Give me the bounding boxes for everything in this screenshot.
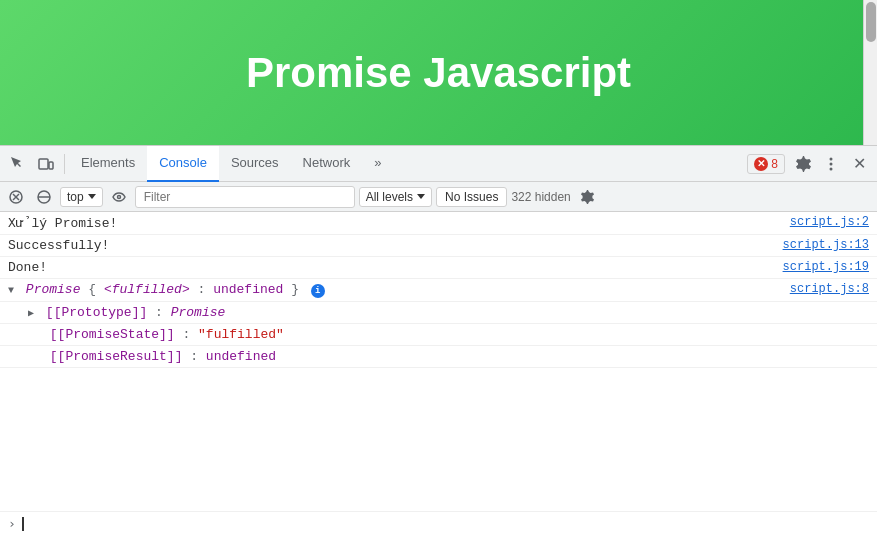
promisestate-key: [[PromiseState]] xyxy=(50,327,175,342)
prototype-content: ▶ [[Prototype]] : Promise xyxy=(28,305,869,320)
console-promisestate-line: [[PromiseState]] : "fulfilled" xyxy=(0,324,877,346)
console-input-line: › xyxy=(0,511,877,535)
log-text: Xử lý Promise! xyxy=(8,216,117,231)
no-issues-button[interactable]: No Issues xyxy=(436,187,507,207)
indent-spacer xyxy=(28,327,42,342)
promiseresult-value: undefined xyxy=(206,349,276,364)
promisestate-colon: : xyxy=(182,327,198,342)
chevron-down-icon xyxy=(88,194,96,199)
scrollbar[interactable] xyxy=(863,0,877,145)
settings-gear-button[interactable] xyxy=(789,150,817,178)
console-output: Xử lý Promise! script.js:2 Successfully!… xyxy=(0,212,877,511)
console-toolbar: top All levels No Issues 322 hidden xyxy=(0,182,877,212)
devtools-tab-bar: Elements Console Sources Network » ✕ 8 xyxy=(0,146,877,182)
devtools-panel: Elements Console Sources Network » ✕ 8 xyxy=(0,145,877,535)
error-badge[interactable]: ✕ 8 xyxy=(747,154,785,174)
tab-elements[interactable]: Elements xyxy=(69,146,147,182)
promiseresult-key: [[PromiseResult]] xyxy=(50,349,183,364)
console-text-1: Xử lý Promise! xyxy=(8,215,782,231)
hidden-count: 322 hidden xyxy=(511,190,570,204)
console-promise-line: ▼ Promise { <fulfilled> : undefined } i … xyxy=(0,279,877,302)
promiseresult-colon: : xyxy=(190,349,206,364)
svg-point-4 xyxy=(830,167,833,170)
eye-icon xyxy=(112,192,126,202)
page-area: Promise Javascript xyxy=(0,0,877,145)
promise-brace-open: { xyxy=(88,282,96,297)
page-title: Promise Javascript xyxy=(246,49,631,97)
log-text: Successfully! xyxy=(8,238,109,253)
console-source-3[interactable]: script.js:19 xyxy=(783,260,869,274)
more-options-button[interactable] xyxy=(817,150,845,178)
svg-point-3 xyxy=(830,162,833,165)
console-source-4[interactable]: script.js:8 xyxy=(790,282,869,296)
console-prototype-line: ▶ [[Prototype]] : Promise xyxy=(0,302,877,324)
tab-divider xyxy=(64,154,65,174)
promise-brace-close: } xyxy=(291,282,299,297)
svg-rect-1 xyxy=(49,162,53,169)
context-selector[interactable]: top xyxy=(60,187,103,207)
promiseresult-content: [[PromiseResult]] : undefined xyxy=(28,349,869,364)
console-prompt: › xyxy=(8,516,16,531)
levels-selector[interactable]: All levels xyxy=(359,187,432,207)
promisestate-content: [[PromiseState]] : "fulfilled" xyxy=(28,327,869,342)
console-line: Done! script.js:19 xyxy=(0,257,877,279)
tab-more[interactable]: » xyxy=(362,146,393,182)
promise-fulfilled-key: <fulfilled> xyxy=(104,282,190,297)
close-devtools-button[interactable]: ✕ xyxy=(845,150,873,178)
tab-network[interactable]: Network xyxy=(291,146,363,182)
console-line: Xử lý Promise! script.js:2 xyxy=(0,212,877,235)
promisestate-value: "fulfilled" xyxy=(198,327,284,342)
scrollbar-thumb[interactable] xyxy=(866,2,876,42)
promise-fulfilled-value: undefined xyxy=(213,282,283,297)
console-source-2[interactable]: script.js:13 xyxy=(783,238,869,252)
error-x-icon: ✕ xyxy=(754,157,768,171)
prototype-colon: : xyxy=(155,305,171,320)
prototype-key: [[Prototype]] xyxy=(46,305,147,320)
console-line: Successfully! script.js:13 xyxy=(0,235,877,257)
svg-point-10 xyxy=(117,195,120,198)
eye-button[interactable] xyxy=(107,185,131,209)
block-button[interactable] xyxy=(32,185,56,209)
tab-console[interactable]: Console xyxy=(147,146,219,182)
levels-label: All levels xyxy=(366,190,413,204)
console-cursor xyxy=(22,517,24,531)
levels-chevron-icon xyxy=(417,194,425,199)
console-promiseresult-line: [[PromiseResult]] : undefined xyxy=(0,346,877,368)
prototype-value: Promise xyxy=(171,305,226,320)
context-label: top xyxy=(67,190,84,204)
console-text-3: Done! xyxy=(8,260,775,275)
console-source-1[interactable]: script.js:2 xyxy=(790,215,869,229)
tab-sources[interactable]: Sources xyxy=(219,146,291,182)
clear-console-button[interactable] xyxy=(4,185,28,209)
expand-arrow-icon[interactable]: ▼ xyxy=(8,285,14,296)
console-promise-content: ▼ Promise { <fulfilled> : undefined } i xyxy=(8,282,782,298)
svg-point-2 xyxy=(830,157,833,160)
inspect-element-button[interactable] xyxy=(4,150,32,178)
console-gear-icon xyxy=(580,190,594,204)
prototype-expand-icon[interactable]: ▶ xyxy=(28,308,34,319)
device-toolbar-button[interactable] xyxy=(32,150,60,178)
console-settings-button[interactable] xyxy=(575,185,599,209)
log-text: Done! xyxy=(8,260,47,275)
filter-input[interactable] xyxy=(135,186,355,208)
promise-label: Promise xyxy=(26,282,88,297)
svg-rect-0 xyxy=(39,159,48,169)
console-text-2: Successfully! xyxy=(8,238,775,253)
promise-colon: : xyxy=(198,282,214,297)
indent-spacer2 xyxy=(28,349,42,364)
promise-info-icon[interactable]: i xyxy=(311,284,325,298)
error-count: 8 xyxy=(771,157,778,171)
